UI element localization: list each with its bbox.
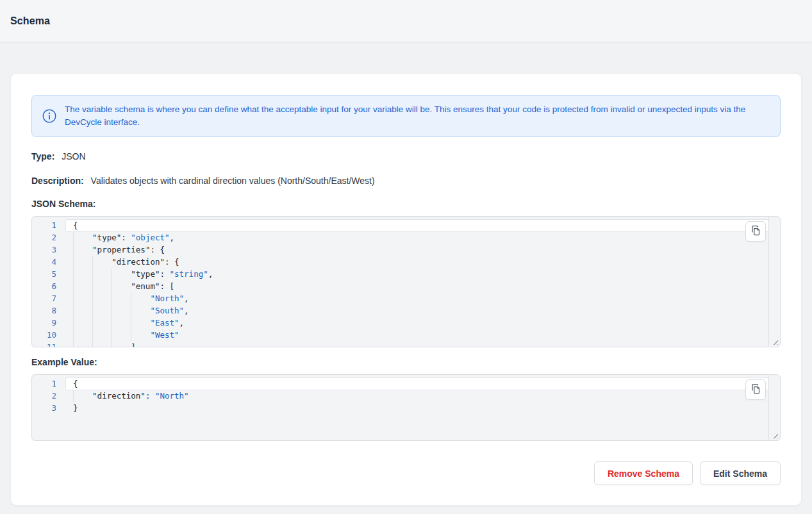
line-number: 8 bbox=[32, 304, 56, 317]
json-schema-label: JSON Schema: bbox=[31, 199, 95, 209]
info-alert: The variable schema is where you can def… bbox=[31, 95, 781, 137]
code-line: 4"direction": { bbox=[32, 256, 780, 268]
page-header: Schema bbox=[0, 0, 812, 42]
type-value: JSON bbox=[62, 151, 85, 162]
copy-icon bbox=[750, 383, 761, 396]
example-value-label: Example Value: bbox=[31, 357, 97, 367]
code-line: 1{ bbox=[32, 219, 780, 231]
schema-card: The variable schema is where you can def… bbox=[10, 73, 802, 506]
line-number: 11 bbox=[32, 341, 56, 347]
page-title: Schema bbox=[10, 15, 50, 27]
line-number: 3 bbox=[32, 244, 56, 256]
edit-schema-button[interactable]: Edit Schema bbox=[700, 461, 781, 485]
example-value-editor[interactable]: 1{2"direction": "North"3} bbox=[31, 374, 781, 441]
line-number: 10 bbox=[32, 329, 56, 341]
code-line: 7"North", bbox=[32, 292, 780, 304]
line-number: 1 bbox=[32, 377, 56, 390]
code-line: 2"direction": "North" bbox=[32, 390, 780, 402]
resize-grip[interactable] bbox=[771, 431, 778, 438]
scrollbar-track[interactable] bbox=[768, 217, 769, 346]
code-line: 9"East", bbox=[32, 317, 780, 329]
code-lines: 1{2"direction": "North"3} bbox=[32, 375, 780, 414]
remove-schema-button[interactable]: Remove Schema bbox=[594, 461, 693, 485]
code-line: 8"South", bbox=[32, 304, 780, 317]
code-line: 3"properties": { bbox=[32, 244, 780, 256]
alert-text: The variable schema is where you can def… bbox=[65, 103, 745, 129]
json-schema-editor[interactable]: 1{2"type": "object",3"properties": {4"di… bbox=[31, 216, 781, 347]
line-number: 4 bbox=[32, 256, 56, 268]
description-field: Description: Validates objects with card… bbox=[31, 174, 781, 188]
code-line: 11] bbox=[32, 341, 780, 347]
line-number: 6 bbox=[32, 280, 56, 292]
info-icon bbox=[42, 109, 56, 123]
line-number: 9 bbox=[32, 317, 56, 329]
line-number: 1 bbox=[32, 219, 56, 231]
description-label: Description: bbox=[31, 176, 84, 186]
code-line: 6"enum": [ bbox=[32, 280, 780, 292]
line-number: 3 bbox=[32, 402, 56, 414]
code-lines: 1{2"type": "object",3"properties": {4"di… bbox=[32, 217, 780, 347]
code-line: 5"type": "string", bbox=[32, 268, 780, 280]
code-line: 1{ bbox=[32, 377, 780, 390]
line-number: 2 bbox=[32, 231, 56, 244]
line-number: 7 bbox=[32, 292, 56, 304]
code-line: 10"West" bbox=[32, 329, 780, 341]
type-field: Type: JSON bbox=[31, 150, 781, 163]
action-buttons: Remove Schema Edit Schema bbox=[31, 461, 781, 485]
copy-button[interactable] bbox=[745, 221, 766, 242]
copy-icon bbox=[750, 225, 761, 238]
code-line: 3} bbox=[32, 402, 780, 414]
type-label: Type: bbox=[31, 151, 54, 162]
line-number: 5 bbox=[32, 268, 56, 280]
code-line: 2"type": "object", bbox=[32, 231, 780, 244]
scrollbar-track[interactable] bbox=[768, 376, 769, 440]
description-value: Validates objects with cardinal directio… bbox=[91, 176, 375, 186]
copy-button[interactable] bbox=[745, 379, 766, 400]
line-number: 2 bbox=[32, 390, 56, 402]
